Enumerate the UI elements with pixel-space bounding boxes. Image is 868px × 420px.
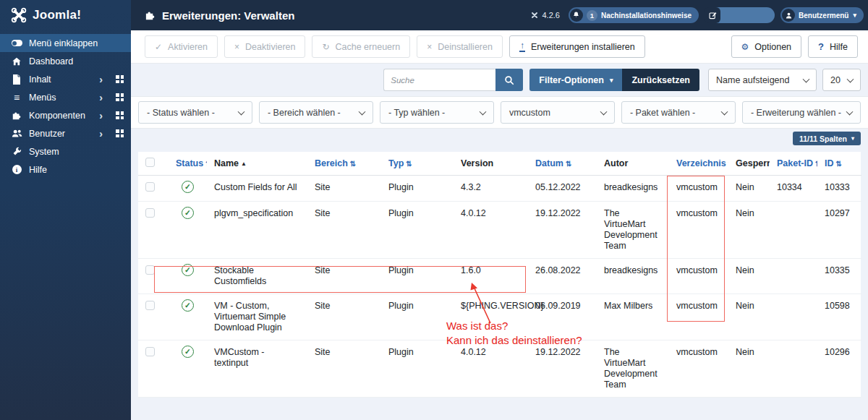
row-checkbox[interactable] — [145, 347, 155, 356]
row-checkbox[interactable] — [145, 265, 155, 275]
chevron-down-icon: ▾ — [851, 135, 854, 142]
uninstall-button[interactable]: × Deinstallieren — [417, 35, 503, 58]
wrench-icon — [11, 147, 22, 156]
directory-filter-select[interactable]: vmcustom — [501, 101, 615, 124]
chevron-down-icon — [480, 108, 487, 115]
page-title: Erweiterungen: Verwalten — [145, 9, 294, 22]
columns-toggle-button[interactable]: 11/11 Spalten ▾ — [793, 132, 861, 145]
person-icon — [782, 9, 795, 22]
package-filter-select[interactable]: - Paket wählen - — [621, 101, 736, 124]
chevron-right-icon: › — [99, 129, 103, 139]
sort-icon: ⇅ — [836, 160, 842, 168]
joomla-x-icon — [530, 11, 539, 20]
refresh-icon: ↻ — [322, 43, 329, 51]
row-checkbox[interactable] — [145, 208, 155, 218]
sort-icon: ⇅ — [350, 160, 356, 168]
notification-count-badge: 1 — [587, 10, 597, 21]
search-row: Filter-Optionen ▾ Zurücksetzen Name aufs… — [131, 64, 868, 96]
joomla-logo[interactable]: Joomla! — [0, 0, 131, 30]
sort-icon: ⇅ — [815, 160, 817, 168]
column-header-date[interactable]: Datum⇅ — [528, 152, 597, 176]
activate-button[interactable]: ✓ Aktivieren — [145, 35, 218, 58]
select-all-checkbox[interactable] — [145, 158, 155, 167]
search-icon — [504, 75, 514, 85]
column-header-status[interactable]: Status⇅ — [169, 152, 207, 176]
status-enabled-icon[interactable]: ✓ — [182, 264, 194, 276]
extension-name: VMCustom - textinput — [207, 340, 307, 398]
sidebar-menu: Menü einklappen Dashboard Inhalt › ≡ Men… — [0, 30, 131, 179]
sidebar-item-users[interactable]: Benutzer › — [0, 124, 131, 142]
info-icon: i — [11, 165, 22, 174]
row-checkbox[interactable] — [145, 301, 155, 310]
home-icon — [11, 56, 22, 67]
type-filter-select[interactable]: - Typ wählen - — [380, 101, 494, 124]
extensions-table: Status⇅ Name▲ Bereich⇅ Typ⇅ Version Datu… — [138, 152, 861, 398]
joomla-version: 4.2.6 — [530, 11, 560, 20]
file-icon — [11, 74, 22, 85]
sidebar-item-content[interactable]: Inhalt › — [0, 70, 131, 88]
toolbar: ✓ Aktivieren × Deaktivieren ↻ Cache erne… — [131, 30, 868, 64]
table-row: ✓ Custom Fields for All Site Plugin 4.3.… — [138, 176, 861, 202]
sidebar-item-collapse-menu[interactable]: Menü einklappen — [0, 34, 131, 52]
status-enabled-icon[interactable]: ✓ — [182, 207, 194, 219]
area-filter-select[interactable]: - Bereich wählen - — [259, 101, 373, 124]
status-enabled-icon[interactable]: ✓ — [182, 346, 194, 358]
chevron-down-icon — [238, 108, 245, 115]
column-header-id[interactable]: ID⇅ — [817, 152, 861, 176]
sidebar-item-menus[interactable]: ≡ Menüs › — [0, 88, 131, 106]
main-content: ✓ Aktivieren × Deaktivieren ↻ Cache erne… — [131, 30, 868, 420]
x-icon: × — [234, 43, 239, 51]
grid-icon[interactable] — [116, 129, 124, 137]
column-header-version: Version — [454, 152, 528, 176]
refresh-cache-button[interactable]: ↻ Cache erneuern — [312, 35, 410, 58]
gear-icon: ⚙ — [741, 43, 749, 51]
chevron-down-icon — [359, 108, 366, 115]
edit-shortcut-pill[interactable] — [705, 7, 775, 23]
deactivate-button[interactable]: × Deaktivieren — [224, 35, 306, 58]
column-header-name[interactable]: Name▲ — [207, 152, 307, 176]
install-extensions-button[interactable]: ↑ Erweiterungen installieren — [509, 35, 645, 58]
column-header-package-id[interactable]: Paket-ID⇅ — [770, 152, 817, 176]
column-header-locked: Gesperrt — [728, 152, 770, 176]
bell-icon — [570, 9, 583, 22]
search-button[interactable] — [495, 69, 523, 91]
user-menu-label: Benutzermenü — [799, 12, 848, 20]
sidebar-item-help[interactable]: i Hilfe — [0, 160, 131, 179]
users-icon — [11, 129, 22, 138]
chevron-down-icon: ▾ — [853, 12, 856, 19]
post-installation-messages-pill[interactable]: 1 Nachinstallationshinweise — [569, 7, 699, 23]
row-checkbox[interactable] — [145, 182, 155, 192]
extension-filter-select[interactable]: - Erweiterung wählen - — [742, 101, 861, 124]
search-input[interactable] — [383, 69, 495, 91]
options-button[interactable]: ⚙ Optionen — [731, 35, 802, 58]
grid-icon[interactable] — [116, 93, 124, 101]
column-header-directory[interactable]: Verzeichnis⇅ — [669, 152, 728, 176]
status-filter-select[interactable]: - Status wählen - — [138, 101, 252, 124]
list-limit-select[interactable]: 20 — [822, 69, 861, 91]
status-enabled-icon[interactable]: ✓ — [182, 181, 194, 193]
sidebar-item-components[interactable]: Komponenten › — [0, 106, 131, 124]
chevron-down-icon: ▾ — [610, 77, 613, 84]
status-enabled-icon[interactable]: ✓ — [182, 299, 194, 312]
column-header-type[interactable]: Typ⇅ — [381, 152, 454, 176]
user-menu-pill[interactable]: Benutzermenü ▾ — [780, 7, 864, 23]
sidebar-item-dashboard[interactable]: Dashboard — [0, 52, 131, 70]
chevron-right-icon: › — [99, 93, 103, 103]
top-header: Erweiterungen: Verwalten 4.2.6 1 Nachins… — [131, 0, 868, 30]
sort-select[interactable]: Name aufsteigend — [708, 69, 817, 91]
table-row: ✓ plgvm_specification Site Plugin 4.0.12… — [138, 202, 861, 259]
x-icon: × — [427, 43, 432, 51]
chevron-down-icon — [846, 108, 854, 115]
sidebar-item-system[interactable]: System — [0, 142, 131, 160]
question-icon: ? — [818, 42, 824, 51]
reset-button[interactable]: Zurücksetzen — [622, 69, 699, 91]
table-row: ✓ VMCustom - textinput Site Plugin 4.0.1… — [138, 340, 861, 398]
grid-icon[interactable] — [116, 75, 124, 83]
joomla-x-icon — [11, 7, 27, 23]
filter-options-button[interactable]: Filter-Optionen ▾ — [529, 69, 622, 91]
filter-strip: - Status wählen - - Bereich wählen - - T… — [131, 96, 868, 129]
column-header-area[interactable]: Bereich⇅ — [307, 152, 381, 176]
chevron-down-icon — [600, 108, 607, 115]
help-button[interactable]: ? Hilfe — [808, 35, 858, 58]
grid-icon[interactable] — [116, 111, 124, 119]
